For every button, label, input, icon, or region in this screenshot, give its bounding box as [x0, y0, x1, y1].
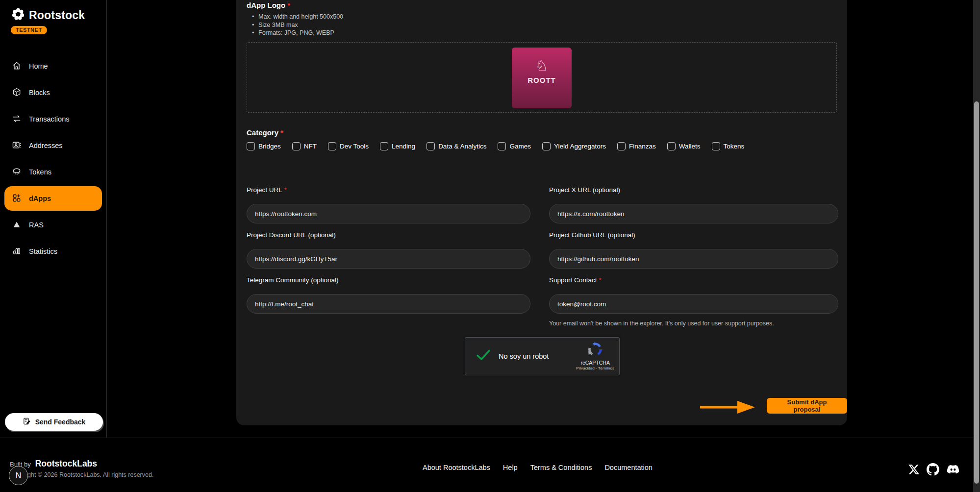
category-section-label: Category*: [247, 128, 283, 137]
project-github-url-label: Project Github URL (optional): [549, 231, 838, 240]
recaptcha-privacy-links[interactable]: Privacidad - Términos: [576, 366, 614, 370]
category-option-yield-aggregators[interactable]: Yield Aggregators: [542, 142, 606, 150]
recaptcha-brand-name: reCAPTCHA: [576, 360, 614, 366]
github-icon[interactable]: [927, 463, 939, 476]
category-checkbox-row: Bridges NFT Dev Tools Lending Data & Ana…: [247, 142, 744, 150]
support-contact-label: Support Contact*: [549, 276, 838, 285]
category-option-data-analytics[interactable]: Data & Analytics: [427, 142, 486, 150]
recaptcha-widget[interactable]: No soy un robot reCAPTCHA Privacidad - T…: [465, 337, 620, 375]
footer: Built by RootstockLabs Copyright © 2026 …: [0, 438, 980, 492]
footer-link-documentation[interactable]: Documentation: [604, 464, 653, 471]
support-contact-input[interactable]: [549, 294, 838, 314]
company-name: RootstockLabs: [35, 459, 97, 469]
knight-icon: ♘: [535, 58, 549, 73]
checkbox[interactable]: [542, 142, 551, 150]
triangle-icon: [12, 220, 22, 231]
recaptcha-logo-icon: [588, 350, 603, 358]
checkbox[interactable]: [292, 142, 301, 150]
rootstock-logo-icon: [11, 7, 25, 24]
cube-icon: [12, 87, 22, 98]
category-option-wallets[interactable]: Wallets: [667, 142, 701, 150]
checkbox[interactable]: [667, 142, 676, 150]
project-url-input[interactable]: [247, 204, 530, 223]
recaptcha-brand: reCAPTCHA Privacidad - Términos: [576, 342, 614, 370]
send-feedback-label: Send Feedback: [35, 418, 86, 426]
captcha-label: No soy un robot: [499, 352, 549, 360]
project-x-url-input[interactable]: [549, 204, 838, 223]
category-option-tokens[interactable]: Tokens: [712, 142, 745, 150]
sidebar-item-label: Statistics: [29, 247, 57, 255]
sidebar-item-label: Blocks: [29, 89, 50, 97]
logo-upload-dropzone[interactable]: ♘ ROOTT: [247, 42, 837, 113]
brand: Rootstock TESTNET: [11, 7, 85, 34]
required-asterisk: *: [287, 1, 290, 9]
sidebar-item-addresses[interactable]: Addresses: [0, 132, 106, 159]
scrollbar-thumb[interactable]: [974, 101, 979, 484]
footer-link-help[interactable]: Help: [503, 464, 518, 471]
submit-dapp-proposal-button[interactable]: Submit dApp proposal: [767, 398, 847, 414]
discord-icon[interactable]: [946, 463, 960, 476]
category-option-bridges[interactable]: Bridges: [247, 142, 281, 150]
checkbox[interactable]: [247, 142, 255, 150]
checkbox[interactable]: [617, 142, 626, 150]
sidebar-item-blocks[interactable]: Blocks: [0, 79, 106, 106]
project-github-url-input[interactable]: [549, 249, 838, 269]
sidebar-item-label: Tokens: [29, 168, 51, 176]
copyright-text: Copyright © 2026 RootstockLabs. All righ…: [10, 471, 153, 478]
swap-arrows-icon: [12, 114, 22, 125]
feedback-memo-icon: [23, 417, 31, 427]
page-scrollbar[interactable]: [973, 0, 980, 492]
logo-preview[interactable]: ♘ ROOTT: [512, 48, 572, 108]
contact-card-icon: [12, 140, 22, 151]
telegram-community-input[interactable]: [247, 294, 530, 314]
checkbox[interactable]: [712, 142, 720, 150]
category-option-dev-tools[interactable]: Dev Tools: [328, 142, 369, 150]
sidebar-item-label: dApps: [29, 195, 51, 202]
captcha-checkmark-icon[interactable]: [476, 349, 491, 364]
checkbox[interactable]: [328, 142, 336, 150]
required-asterisk: *: [280, 128, 283, 137]
checkbox[interactable]: [380, 142, 388, 150]
send-feedback-button[interactable]: Send Feedback: [5, 413, 103, 431]
overlay-n-bubble[interactable]: N: [9, 466, 28, 485]
x-twitter-icon[interactable]: [908, 464, 920, 475]
category-option-nft[interactable]: NFT: [292, 142, 317, 150]
logo-rule: Size 3MB max: [252, 21, 343, 29]
category-option-lending[interactable]: Lending: [380, 142, 415, 150]
sidebar-item-label: Home: [29, 62, 48, 70]
testnet-badge: TESTNET: [11, 26, 47, 34]
brand-name: Rootstock: [29, 9, 85, 22]
project-discord-url-input[interactable]: [247, 249, 530, 269]
dapps-grid-icon: [12, 193, 22, 204]
required-asterisk: *: [284, 186, 287, 194]
sidebar: Rootstock TESTNET Home Blocks Transactio…: [0, 0, 107, 438]
checkbox[interactable]: [498, 142, 506, 150]
sidebar-item-statistics[interactable]: Statistics: [0, 238, 106, 265]
sidebar-nav: Home Blocks Transactions Addresses Token…: [0, 53, 106, 265]
footer-links: About RootstockLabs Help Terms & Conditi…: [423, 464, 653, 471]
required-asterisk: *: [599, 276, 602, 284]
sidebar-item-transactions[interactable]: Transactions: [0, 106, 106, 132]
bar-chart-icon: [12, 246, 22, 257]
dapp-proposal-form-card: dApp Logo* Max. width and height 500x500…: [236, 0, 847, 425]
telegram-community-label: Telegram Community (optional): [247, 276, 530, 285]
category-option-finanzas[interactable]: Finanzas: [617, 142, 656, 150]
home-icon: [12, 61, 22, 72]
sidebar-item-ras[interactable]: RAS: [0, 212, 106, 238]
dapp-logo-section-label: dApp Logo*: [247, 1, 290, 9]
sidebar-item-tokens[interactable]: Tokens: [0, 159, 106, 185]
category-option-games[interactable]: Games: [498, 142, 531, 150]
sidebar-item-label: Addresses: [29, 142, 63, 149]
logo-preview-name: ROOTT: [528, 76, 556, 84]
checkbox[interactable]: [427, 142, 435, 150]
sidebar-item-label: Transactions: [29, 115, 69, 123]
project-url-label: Project URL*: [247, 186, 530, 195]
sidebar-item-dapps[interactable]: dApps: [4, 186, 102, 211]
project-discord-url-label: Project Discord URL (optional): [247, 231, 530, 240]
footer-link-terms[interactable]: Terms & Conditions: [530, 464, 592, 471]
social-icons: [908, 463, 960, 476]
footer-link-about[interactable]: About RootstockLabs: [423, 464, 490, 471]
logo-rule: Formats: JPG, PNG, WEBP: [252, 29, 343, 37]
url-fields-grid: Project URL* Project X URL (optional) Pr…: [247, 186, 838, 327]
sidebar-item-home[interactable]: Home: [0, 53, 106, 79]
